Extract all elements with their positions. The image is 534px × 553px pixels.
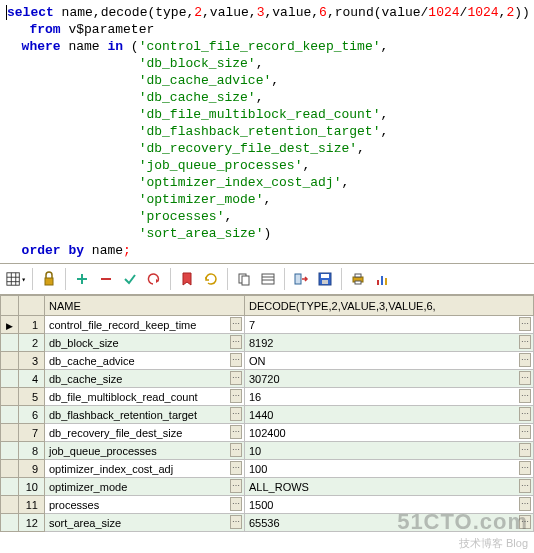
cell-name[interactable]: processes⋯ bbox=[45, 496, 245, 514]
row-number[interactable]: 8 bbox=[19, 442, 45, 460]
row-indicator[interactable] bbox=[1, 514, 19, 532]
row-number[interactable]: 4 bbox=[19, 370, 45, 388]
cell-name[interactable]: db_file_multiblock_read_count⋯ bbox=[45, 388, 245, 406]
table-row[interactable]: ▶1control_file_record_keep_time⋯7⋯ bbox=[1, 316, 534, 334]
table-row[interactable]: 6db_flashback_retention_target⋯1440⋯ bbox=[1, 406, 534, 424]
table-row[interactable]: 11processes⋯1500⋯ bbox=[1, 496, 534, 514]
results-grid[interactable]: NAME DECODE(TYPE,2,VALUE,3,VALUE,6, ▶1co… bbox=[0, 295, 534, 532]
cell-name[interactable]: optimizer_mode⋯ bbox=[45, 478, 245, 496]
cell-name[interactable]: sort_area_size⋯ bbox=[45, 514, 245, 532]
cell-expand-button[interactable]: ⋯ bbox=[230, 335, 242, 349]
cell-name[interactable]: db_recovery_file_dest_size⋯ bbox=[45, 424, 245, 442]
row-indicator[interactable] bbox=[1, 424, 19, 442]
row-number[interactable]: 11 bbox=[19, 496, 45, 514]
row-indicator[interactable] bbox=[1, 460, 19, 478]
row-number[interactable]: 2 bbox=[19, 334, 45, 352]
cell-expand-button[interactable]: ⋯ bbox=[519, 497, 531, 511]
cell-expand-button[interactable]: ⋯ bbox=[519, 479, 531, 493]
cell-expand-button[interactable]: ⋯ bbox=[230, 407, 242, 421]
table-row[interactable]: 3db_cache_advice⋯ON⋯ bbox=[1, 352, 534, 370]
cell-expand-button[interactable]: ⋯ bbox=[519, 515, 531, 529]
cell-expand-button[interactable]: ⋯ bbox=[519, 335, 531, 349]
row-indicator[interactable]: ▶ bbox=[1, 316, 19, 334]
row-number[interactable]: 7 bbox=[19, 424, 45, 442]
cell-expand-button[interactable]: ⋯ bbox=[519, 389, 531, 403]
table-row[interactable]: 4db_cache_size⋯30720⋯ bbox=[1, 370, 534, 388]
cell-name[interactable]: db_cache_advice⋯ bbox=[45, 352, 245, 370]
cell-name[interactable]: optimizer_index_cost_adj⋯ bbox=[45, 460, 245, 478]
row-number[interactable]: 9 bbox=[19, 460, 45, 478]
table-row[interactable]: 8job_queue_processes⋯10⋯ bbox=[1, 442, 534, 460]
cell-value[interactable]: 65536⋯ bbox=[245, 514, 534, 532]
row-number[interactable]: 5 bbox=[19, 388, 45, 406]
row-indicator[interactable] bbox=[1, 352, 19, 370]
cell-value[interactable]: 1500⋯ bbox=[245, 496, 534, 514]
query-by-example-button[interactable] bbox=[291, 269, 311, 289]
cell-expand-button[interactable]: ⋯ bbox=[519, 317, 531, 331]
lock-button[interactable] bbox=[39, 269, 59, 289]
row-indicator[interactable] bbox=[1, 370, 19, 388]
copy-button[interactable] bbox=[234, 269, 254, 289]
cell-expand-button[interactable]: ⋯ bbox=[230, 353, 242, 367]
table-row[interactable]: 10optimizer_mode⋯ALL_ROWS⋯ bbox=[1, 478, 534, 496]
commit-button[interactable] bbox=[120, 269, 140, 289]
cell-value[interactable]: 1440⋯ bbox=[245, 406, 534, 424]
rollback-button[interactable] bbox=[144, 269, 164, 289]
cell-value[interactable]: 7⋯ bbox=[245, 316, 534, 334]
table-row[interactable]: 5db_file_multiblock_read_count⋯16⋯ bbox=[1, 388, 534, 406]
cell-value[interactable]: 102400⋯ bbox=[245, 424, 534, 442]
cell-name[interactable]: db_flashback_retention_target⋯ bbox=[45, 406, 245, 424]
cell-name[interactable]: control_file_record_keep_time⋯ bbox=[45, 316, 245, 334]
sql-editor[interactable]: select name,decode(type,2,value,3,value,… bbox=[0, 0, 534, 263]
cell-value[interactable]: ALL_ROWS⋯ bbox=[245, 478, 534, 496]
cell-value[interactable]: 30720⋯ bbox=[245, 370, 534, 388]
cell-expand-button[interactable]: ⋯ bbox=[519, 371, 531, 385]
chart-button[interactable] bbox=[372, 269, 392, 289]
grid-view-button[interactable]: ▾ bbox=[6, 269, 26, 289]
cell-expand-button[interactable]: ⋯ bbox=[230, 443, 242, 457]
cell-expand-button[interactable]: ⋯ bbox=[519, 425, 531, 439]
cell-expand-button[interactable]: ⋯ bbox=[230, 371, 242, 385]
cell-value[interactable]: 8192⋯ bbox=[245, 334, 534, 352]
add-row-button[interactable] bbox=[72, 269, 92, 289]
row-indicator[interactable] bbox=[1, 406, 19, 424]
cell-name[interactable]: db_cache_size⋯ bbox=[45, 370, 245, 388]
table-row[interactable]: 12sort_area_size⋯65536⋯ bbox=[1, 514, 534, 532]
cell-expand-button[interactable]: ⋯ bbox=[230, 461, 242, 475]
table-row[interactable]: 9optimizer_index_cost_adj⋯100⋯ bbox=[1, 460, 534, 478]
row-indicator[interactable] bbox=[1, 478, 19, 496]
row-number[interactable]: 6 bbox=[19, 406, 45, 424]
table-row[interactable]: 7db_recovery_file_dest_size⋯102400⋯ bbox=[1, 424, 534, 442]
row-indicator[interactable] bbox=[1, 334, 19, 352]
cell-name[interactable]: job_queue_processes⋯ bbox=[45, 442, 245, 460]
refresh-button[interactable] bbox=[201, 269, 221, 289]
cell-name[interactable]: db_block_size⋯ bbox=[45, 334, 245, 352]
table-row[interactable]: 2db_block_size⋯8192⋯ bbox=[1, 334, 534, 352]
print-button[interactable] bbox=[348, 269, 368, 289]
bookmark-button[interactable] bbox=[177, 269, 197, 289]
cell-expand-button[interactable]: ⋯ bbox=[230, 497, 242, 511]
row-number-header[interactable] bbox=[19, 296, 45, 316]
column-header-name[interactable]: NAME bbox=[45, 296, 245, 316]
single-record-button[interactable] bbox=[258, 269, 278, 289]
cell-expand-button[interactable]: ⋯ bbox=[519, 353, 531, 367]
row-number[interactable]: 1 bbox=[19, 316, 45, 334]
cell-expand-button[interactable]: ⋯ bbox=[230, 515, 242, 529]
row-indicator[interactable] bbox=[1, 388, 19, 406]
save-button[interactable] bbox=[315, 269, 335, 289]
cell-expand-button[interactable]: ⋯ bbox=[519, 461, 531, 475]
cell-expand-button[interactable]: ⋯ bbox=[230, 389, 242, 403]
cell-value[interactable]: 100⋯ bbox=[245, 460, 534, 478]
row-indicator[interactable] bbox=[1, 496, 19, 514]
cell-value[interactable]: 10⋯ bbox=[245, 442, 534, 460]
row-selector-header[interactable] bbox=[1, 296, 19, 316]
cell-expand-button[interactable]: ⋯ bbox=[230, 425, 242, 439]
column-header-decode[interactable]: DECODE(TYPE,2,VALUE,3,VALUE,6, bbox=[245, 296, 534, 316]
cell-expand-button[interactable]: ⋯ bbox=[519, 407, 531, 421]
row-number[interactable]: 10 bbox=[19, 478, 45, 496]
cell-value[interactable]: 16⋯ bbox=[245, 388, 534, 406]
row-indicator[interactable] bbox=[1, 442, 19, 460]
cell-expand-button[interactable]: ⋯ bbox=[519, 443, 531, 457]
row-number[interactable]: 12 bbox=[19, 514, 45, 532]
cell-expand-button[interactable]: ⋯ bbox=[230, 317, 242, 331]
